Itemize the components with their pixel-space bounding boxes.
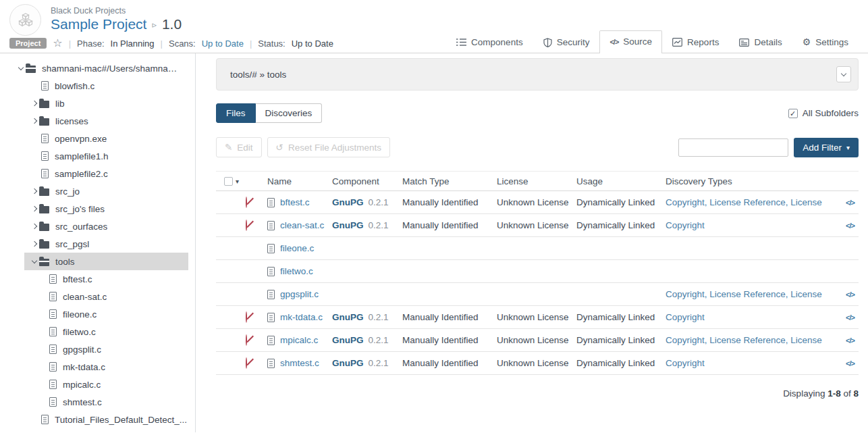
file-name-link[interactable]: mpicalc.c — [280, 335, 318, 345]
file-name-link[interactable]: bftest.c — [280, 197, 310, 207]
discovery-types-link[interactable]: Copyright, License Reference, License — [666, 335, 822, 345]
select-all-checkbox[interactable] — [224, 177, 233, 186]
project-version[interactable]: 1.0 — [162, 16, 182, 32]
tree-item-file[interactable]: bftest.c — [0, 270, 195, 288]
col-name[interactable]: Name — [267, 176, 332, 186]
tree-item-file[interactable]: Tutorial_Files_Default_Detect_... — [0, 411, 195, 428]
prohibited-icon — [246, 220, 247, 231]
chevron-down-icon[interactable] — [16, 68, 26, 70]
all-subfolders-toggle[interactable]: ✓ All Subfolders — [788, 108, 859, 118]
view-source-icon[interactable]: </> — [846, 199, 855, 207]
view-source-icon[interactable]: </> — [846, 336, 855, 345]
discoveries-tab-button[interactable]: Discoveries — [256, 103, 323, 123]
tree-item-file[interactable]: mk-tdata.c — [0, 358, 195, 376]
file-name-link[interactable]: gpgsplit.c — [280, 289, 319, 299]
tree-item-folder[interactable]: lib — [0, 95, 195, 112]
tree-item-folder[interactable]: src_pgsl — [0, 235, 195, 253]
reset-file-adjustments-button[interactable]: ↺ Reset File Adjustments — [267, 137, 390, 157]
view-source-icon[interactable]: </> — [846, 359, 855, 367]
tree-item-folder[interactable]: licenses — [0, 112, 195, 130]
tree-item-label: gpgsplit.c — [63, 345, 101, 355]
file-name-link[interactable]: fileone.c — [280, 243, 314, 253]
tree-item-tools-selected[interactable]: tools — [24, 253, 188, 270]
col-component[interactable]: Component — [332, 176, 402, 186]
view-source-icon[interactable]: </> — [846, 222, 855, 230]
tree-item-root[interactable]: shamnani-mac#/Users/shamnani... — [0, 59, 195, 77]
list-icon — [456, 38, 466, 47]
tree-item-file[interactable]: samplefile2.c — [0, 165, 195, 182]
file-name-link[interactable]: mk-tdata.c — [280, 312, 323, 322]
filter-input[interactable] — [678, 138, 788, 157]
main-tabs: Components Security </> Source Reports D… — [446, 30, 859, 53]
discovery-types-link[interactable]: Copyright — [666, 220, 705, 230]
chevron-down-icon[interactable] — [30, 261, 39, 263]
view-source-icon[interactable]: </> — [846, 313, 855, 322]
tree-item-label: src_jo — [55, 186, 80, 197]
select-menu-caret-icon[interactable]: ▾ — [236, 178, 239, 185]
tree-item-file[interactable]: clean-sat.c — [0, 288, 195, 305]
tree-item-file[interactable]: blowfish.c — [0, 77, 195, 95]
chevron-right-icon[interactable] — [30, 189, 39, 193]
tab-settings[interactable]: ⚙ Settings — [792, 30, 859, 53]
tree-item-file[interactable]: samplefile1.h — [0, 147, 195, 165]
view-source-icon[interactable]: </> — [846, 290, 855, 299]
tree-item-file[interactable]: fileone.c — [0, 305, 195, 323]
tree-item-folder[interactable]: src_jo — [0, 182, 195, 200]
tree-item-label: licenses — [55, 116, 88, 126]
tab-details[interactable]: Details — [729, 31, 792, 53]
tab-components[interactable]: Components — [446, 31, 533, 53]
chevron-right-icon[interactable] — [30, 242, 39, 246]
component-link[interactable]: GnuPG — [332, 220, 364, 230]
file-name-link[interactable]: clean-sat.c — [280, 220, 324, 230]
discovery-types-link[interactable]: Copyright — [666, 312, 705, 322]
component-link[interactable]: GnuPG — [332, 335, 364, 345]
col-match-type[interactable]: Match Type — [402, 176, 497, 186]
chevron-right-icon[interactable] — [30, 119, 39, 123]
view-toggle-row: Files Discoveries ✓ All Subfolders — [216, 103, 859, 123]
tree-item-folder[interactable]: src_jo's files — [0, 200, 195, 218]
file-name-link[interactable]: shmtest.c — [280, 358, 319, 368]
file-icon — [49, 397, 57, 407]
files-tab-button[interactable]: Files — [216, 103, 256, 123]
col-discovery-types[interactable]: Discovery Types — [666, 176, 837, 186]
tree-item-file[interactable]: filetwo.c — [0, 323, 195, 340]
component-link[interactable]: GnuPG — [332, 358, 364, 368]
scans-status-link[interactable]: Up to Date — [202, 39, 244, 49]
tab-source[interactable]: </> Source — [599, 30, 662, 53]
project-name[interactable]: Sample Project — [51, 16, 146, 32]
tree-item-folder[interactable]: src_ourfaces — [0, 218, 195, 235]
chevron-right-icon[interactable] — [30, 224, 39, 228]
favorite-star-icon[interactable]: ☆ — [53, 38, 62, 49]
tree-item-file[interactable]: gpgsplit.c — [0, 340, 195, 358]
tree-item-file[interactable]: shmtest.c — [0, 393, 195, 411]
scans-label: Scans: — [169, 39, 196, 49]
add-filter-button[interactable]: Add Filter ▾ — [794, 138, 859, 157]
all-subfolders-checkbox[interactable]: ✓ — [788, 109, 798, 118]
tree-item-label: clean-sat.c — [63, 292, 107, 302]
component-link[interactable]: GnuPG — [332, 312, 364, 322]
path-dropdown-button[interactable] — [836, 66, 851, 82]
component-link[interactable]: GnuPG — [332, 197, 364, 207]
file-name-link[interactable]: filetwo.c — [280, 266, 313, 276]
project-meta-row: Project ☆ | Phase: In Planning | Scans: … — [9, 38, 333, 49]
tree-item-label: fileone.c — [63, 309, 97, 320]
usage-value: Dynamically Linked — [576, 312, 666, 322]
discovery-types-link[interactable]: Copyright, License Reference, License — [666, 197, 822, 207]
chevron-right-icon[interactable] — [30, 101, 39, 105]
discovery-types-link[interactable]: Copyright, License Reference, License — [666, 289, 822, 299]
tab-security[interactable]: Security — [533, 31, 600, 53]
separator: | — [69, 39, 71, 49]
source-main-panel: tools/# » tools Files Discoveries ✓ All … — [196, 53, 868, 432]
col-usage[interactable]: Usage — [576, 176, 666, 186]
folder-icon — [39, 118, 49, 126]
col-license[interactable]: License — [497, 176, 576, 186]
tree-item-label: shamnani-mac#/Users/shamnani... — [42, 63, 180, 74]
tree-item-file[interactable]: mpicalc.c — [0, 376, 195, 393]
edit-button[interactable]: ✎ Edit — [216, 137, 262, 157]
tab-reports[interactable]: Reports — [662, 31, 729, 53]
tree-item-file[interactable]: openvpn.exe — [0, 130, 195, 147]
tab-label: Settings — [815, 37, 848, 47]
reset-button-label: Reset File Adjustments — [288, 143, 381, 153]
discovery-types-link[interactable]: Copyright — [666, 358, 705, 368]
chevron-right-icon[interactable] — [30, 207, 39, 211]
